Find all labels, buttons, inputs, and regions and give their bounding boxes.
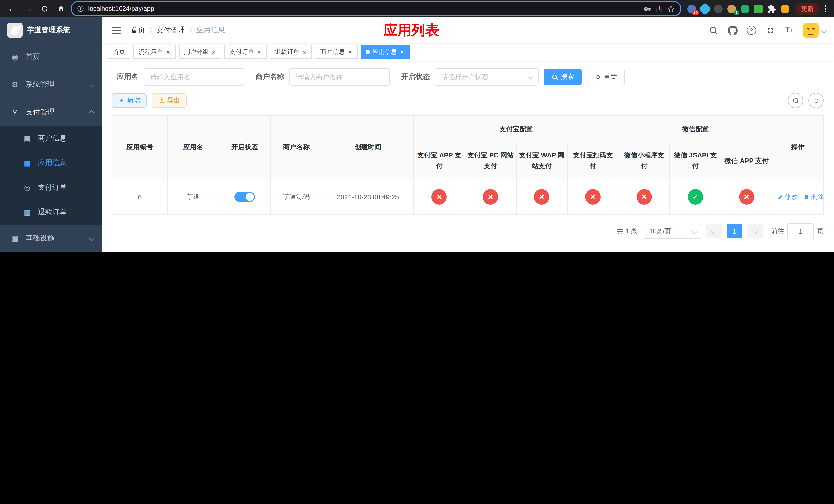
sidebar-item-payment[interactable]: ¥ 支付管理 (0, 98, 102, 126)
address-bar[interactable]: localhost:1024/pay/app (71, 1, 681, 17)
tab-merchant-info[interactable]: 商户信息 × (315, 45, 357, 59)
font-size-icon[interactable]: TT (784, 25, 794, 36)
back-icon[interactable]: ← (5, 2, 19, 15)
delete-link[interactable]: 删除 (804, 192, 824, 201)
help-icon[interactable]: ? (746, 25, 756, 36)
chevron-down-icon (692, 229, 697, 234)
search-button[interactable]: 搜索 (544, 69, 581, 85)
screen: ← → localhost:1024/pay/app 10 (0, 0, 834, 252)
profile-avatar-icon[interactable] (781, 4, 789, 13)
page-size-select[interactable]: 10条/页 (644, 224, 701, 239)
export-button[interactable]: 导出 (152, 93, 187, 108)
col-wx-lite: 微信小程序支付 (619, 143, 670, 179)
fullscreen-icon[interactable] (765, 25, 775, 36)
close-icon[interactable]: × (348, 48, 352, 55)
extensions-area: 10 1 (684, 4, 792, 13)
cell-merchant: 芋道源码 (271, 179, 322, 214)
sidebar-item-label: 商户信息 (38, 134, 67, 143)
app-name-input[interactable] (144, 68, 244, 86)
monitor-icon: ▣ (10, 234, 20, 243)
sidebar-item-pay-order[interactable]: ◎ 支付订单 (0, 175, 102, 200)
tab-label: 商户信息 (320, 47, 345, 56)
close-icon[interactable]: × (302, 48, 307, 55)
extension-icon-1[interactable]: 10 (687, 4, 696, 13)
close-icon[interactable]: × (399, 48, 404, 55)
tab-user-group[interactable]: 用户分组 × (179, 45, 221, 59)
sidebar-item-merchant-info[interactable]: ▤ 商户信息 (0, 126, 102, 151)
close-icon[interactable]: × (257, 48, 261, 55)
cell-app-id: 6 (112, 179, 168, 214)
browser-update-button[interactable]: 更新 (795, 2, 819, 15)
reload-icon[interactable] (38, 2, 51, 15)
share-icon[interactable] (656, 5, 663, 13)
sidebar-item-label: 退款订单 (38, 208, 67, 217)
sidebar-item-system[interactable]: ⚙ 系统管理 (0, 71, 102, 98)
search-icon[interactable] (708, 25, 719, 36)
reset-button[interactable]: 重置 (587, 69, 625, 85)
tab-home[interactable]: 首页 (108, 45, 130, 59)
chevron-down-icon (821, 28, 827, 33)
sidebar-item-app-info[interactable]: ▦ 应用信息 (0, 151, 102, 175)
close-icon[interactable]: × (166, 48, 171, 55)
site-info-icon[interactable] (77, 5, 84, 12)
document-icon: ▥ (23, 208, 32, 216)
bookmark-star-icon[interactable] (667, 5, 675, 13)
cell-status (219, 179, 271, 214)
tab-label: 支付订单 (229, 47, 254, 56)
app-name-label: 应用名 (117, 72, 138, 82)
cell-create-time: 2021-10-23 08:49:25 (322, 179, 414, 214)
hamburger-icon[interactable] (110, 25, 123, 36)
tab-app-info[interactable]: 应用信息 × (360, 45, 410, 59)
status-toggle[interactable] (235, 192, 255, 202)
wechat-lite-status-icon (637, 189, 652, 205)
sidebar-logo[interactable]: 芋道管理系统 (0, 18, 102, 43)
tab-process-form[interactable]: 流程表单 × (133, 45, 176, 59)
sidebar-item-label: 系统管理 (26, 80, 54, 89)
tab-pay-order[interactable]: 支付订单 × (224, 45, 266, 59)
prev-page-button[interactable] (706, 224, 722, 238)
table-toolbar: 新增 导出 (112, 93, 824, 108)
browser-toolbar: ← → localhost:1024/pay/app 10 (0, 0, 834, 18)
status-select[interactable]: 请选择开启状态 (435, 68, 539, 86)
tab-refund-order[interactable]: 退款订单 × (270, 45, 312, 59)
refresh-button[interactable] (808, 93, 824, 108)
alipay-wap-status-icon (534, 189, 549, 205)
wechat-app-status-icon (739, 189, 754, 205)
col-create-time: 创建时间 (322, 116, 414, 179)
extension-icon-3[interactable] (714, 4, 723, 13)
edit-link[interactable]: 修改 (777, 192, 797, 201)
home-icon[interactable] (54, 2, 68, 15)
tab-label: 应用信息 (372, 47, 397, 56)
yen-icon: ¥ (10, 108, 20, 117)
breadcrumb-payment[interactable]: 支付管理 (156, 26, 185, 35)
extension-icon-2[interactable] (699, 3, 711, 15)
extension-badge: 10 (692, 10, 699, 15)
alipay-pc-status-icon (483, 189, 498, 205)
browser-menu-icon[interactable] (822, 5, 829, 12)
extension-icon-6[interactable] (754, 4, 763, 13)
password-key-icon[interactable] (644, 5, 652, 13)
col-app-name: 应用名 (168, 116, 219, 179)
navbar-icons: ? TT (708, 23, 826, 38)
extensions-puzzle-icon[interactable] (767, 4, 776, 13)
page-number-button[interactable]: 1 (727, 224, 742, 238)
merchant-name-input[interactable] (289, 68, 390, 86)
extension-icon-5[interactable] (741, 4, 749, 13)
close-icon[interactable]: × (211, 48, 216, 55)
next-page-button[interactable] (747, 224, 763, 238)
add-button[interactable]: 新增 (112, 93, 147, 108)
sidebar-item-home[interactable]: ◉ 首页 (0, 43, 102, 71)
sidebar-item-infrastructure[interactable]: ▣ 基础设施 (0, 225, 102, 252)
extension-icon-4[interactable]: 1 (727, 4, 736, 13)
sidebar-item-refund-order[interactable]: ▥ 退款订单 (0, 200, 102, 225)
chevron-down-icon (529, 74, 534, 79)
toggle-search-button[interactable] (788, 93, 803, 108)
github-icon[interactable] (727, 25, 738, 36)
tab-label: 退款订单 (275, 47, 300, 56)
col-actions: 操作 (772, 116, 824, 179)
status-label: 开启状态 (401, 72, 430, 82)
forward-icon[interactable]: → (22, 2, 35, 15)
breadcrumb-home[interactable]: 首页 (131, 26, 145, 35)
user-menu[interactable] (803, 23, 826, 38)
goto-page-input[interactable] (787, 223, 814, 239)
